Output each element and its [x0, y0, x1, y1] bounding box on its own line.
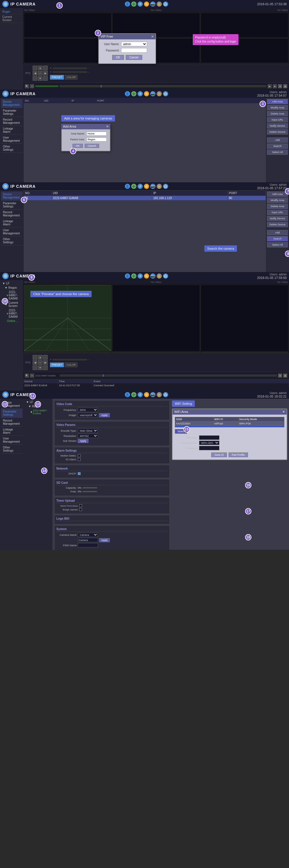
ptz4-zoom-slider[interactable] — [52, 359, 87, 361]
add-area-cancel-btn[interactable]: Cancel — [85, 144, 99, 148]
settings-icon-4[interactable]: ⚙ — [144, 273, 149, 279]
image-select[interactable]: vascorprofile — [78, 413, 98, 417]
wifi-row-2[interactable] — [175, 426, 284, 427]
settings-icon[interactable]: ⚙ — [144, 1, 149, 7]
add-area-btn[interactable]: Add Area — [267, 99, 288, 104]
tree5-uid[interactable]: 2222-64867-EA8A8 — [25, 408, 51, 415]
user-icon-4[interactable]: 👤 — [125, 273, 130, 279]
security-mode-select[interactable]: WPA-AES — [199, 441, 219, 445]
preset-btn-4[interactable]: PRESET — [50, 363, 64, 367]
settings-icon-5[interactable]: ⚙ — [144, 392, 149, 397]
ptz4-left[interactable]: ◀ — [33, 360, 37, 365]
menu3-user-mgmt[interactable]: User Management — [1, 227, 23, 237]
modify-area-btn[interactable]: Modify Area — [267, 105, 288, 110]
encode-type-select[interactable]: Main Stream — [78, 429, 98, 433]
ptz4-br[interactable] — [43, 365, 48, 370]
add-area-ok-btn[interactable]: OK — [73, 144, 83, 148]
ptz4-up[interactable]: ▲ — [38, 355, 42, 360]
delete-area-btn-3[interactable]: Delete Area — [267, 204, 288, 209]
wifi-password-input[interactable] — [199, 446, 219, 450]
wpa-input[interactable] — [199, 435, 219, 440]
tl4-layout-icon[interactable]: ▦ — [283, 374, 287, 378]
menu5-linkage-alarm[interactable]: Linkage Alarm — [1, 427, 23, 436]
io-alarm-check[interactable] — [78, 458, 81, 461]
add-icon[interactable]: ➕ — [131, 1, 136, 7]
power-icon-3[interactable]: ⏻ — [163, 184, 168, 189]
add-area-close-btn[interactable]: ✕ — [106, 125, 109, 128]
device-row-3-1[interactable]: 01 2222-64867-EA8A8 182.168.1.119 80 — [24, 196, 266, 200]
lock-icon[interactable]: 🔒 — [157, 1, 162, 7]
dialog-ok-btn[interactable]: OK — [112, 55, 124, 60]
camera-switch-icon-2[interactable]: 📷 — [150, 91, 155, 96]
resolution-select[interactable]: 4M*252 — [78, 434, 98, 438]
user-icon[interactable]: 👤 — [125, 1, 130, 7]
user-icon-3[interactable]: 👤 — [125, 184, 130, 189]
camera-switch-icon-3[interactable]: 📷 — [150, 184, 155, 189]
notify-device-btn[interactable]: Notify Device — [267, 123, 288, 128]
parent-area-input[interactable] — [86, 137, 107, 142]
select-all-btn-2[interactable]: Select All — [267, 150, 288, 155]
system-apply-btn[interactable]: Apply — [99, 538, 110, 542]
menu5-user-mgmt[interactable]: User Management — [1, 436, 23, 445]
username-select[interactable]: admin — [121, 42, 147, 46]
lock-icon-5[interactable]: 🔒 — [157, 392, 162, 397]
add-icon-4[interactable]: ➕ — [131, 273, 136, 279]
video-code-apply-btn[interactable]: Apply — [99, 413, 110, 417]
add-btn-2[interactable]: Add — [267, 137, 288, 143]
wifi-close-btn[interactable]: ✕ — [282, 410, 285, 414]
menu5-record-mgmt[interactable]: Record Management — [1, 418, 23, 427]
camera-name-input[interactable] — [78, 538, 98, 542]
settings-icon-3[interactable]: ⚙ — [144, 184, 149, 189]
tl4-search-icon[interactable]: 🔍 — [25, 374, 29, 378]
camera-switch-icon-4[interactable]: 📷 — [150, 273, 155, 279]
none-form-check[interactable] — [79, 504, 82, 507]
tl4-bar[interactable] — [60, 374, 277, 377]
bridge-upload-check[interactable] — [79, 508, 82, 511]
input-url-btn-3[interactable]: Input URL — [267, 210, 288, 215]
lock-icon-4[interactable]: 🔒 — [157, 273, 162, 279]
ptz4-bl[interactable] — [33, 365, 37, 370]
add-btn-3[interactable]: Add — [267, 230, 288, 235]
power-icon[interactable]: ⏻ — [163, 1, 168, 7]
add-icon-2[interactable]: ➕ — [131, 91, 136, 96]
camera-type-select[interactable]: Camera — [78, 533, 98, 537]
menu-record-mgmt[interactable]: Record Management — [1, 117, 23, 126]
wifi-save-btn[interactable]: Save (I) — [211, 453, 227, 457]
lock-icon-3[interactable]: 🔒 — [157, 184, 162, 189]
ptz4-right[interactable]: ▶ — [43, 360, 48, 365]
add-area-btn-3[interactable]: Add Area — [267, 191, 288, 197]
motion-check[interactable] — [78, 454, 81, 457]
camera-switch-icon[interactable]: 📷 — [150, 1, 155, 7]
dhcp-check[interactable] — [78, 472, 81, 475]
user-icon-5[interactable]: 👤 — [125, 392, 130, 397]
dialog-close-btn[interactable]: ✕ — [151, 35, 154, 38]
notify-device-btn-3[interactable]: Notify Device — [267, 216, 288, 221]
tree-item-regon[interactable]: ▼Regon — [1, 286, 22, 290]
refresh-icon[interactable]: ↺ — [138, 1, 143, 7]
settings-icon-2[interactable]: ⚙ — [144, 91, 149, 96]
delete-device-btn-3[interactable]: Delete Device — [267, 222, 288, 227]
search-btn-2[interactable]: Search — [267, 144, 288, 149]
color-btn-4[interactable]: COLOR — [65, 363, 77, 367]
modify-area-btn-3[interactable]: Modify Area — [267, 197, 288, 203]
refresh-icon-3[interactable]: ↺ — [138, 184, 143, 189]
delete-area-btn[interactable]: Delete Area — [267, 111, 288, 116]
tree-item-uid-2[interactable]: 2222-64867-EA8A8 — [1, 308, 22, 319]
area-name-input[interactable] — [86, 132, 107, 136]
ptz4-tr[interactable] — [43, 355, 48, 360]
video-params-apply-btn[interactable]: Apply — [78, 439, 88, 443]
menu5-other-settings[interactable]: Other Settings — [1, 445, 23, 454]
refresh-icon-2[interactable]: ↺ — [138, 91, 143, 96]
ptz4-center[interactable]: ○ — [38, 360, 42, 365]
tl4-grid-icon[interactable]: ⊞ — [278, 374, 282, 378]
select-all-btn-3[interactable]: Select All — [267, 242, 288, 247]
search-btn-3[interactable]: Search — [267, 236, 288, 241]
ptz4-tl[interactable] — [33, 355, 37, 360]
user-icon-2[interactable]: 👤 — [125, 91, 130, 96]
menu3-other-settings[interactable]: Other Settings — [1, 237, 23, 245]
menu-device-mgmt[interactable]: Device Management — [1, 99, 23, 108]
menu5-param-settings[interactable]: Parameter Settings — [1, 409, 23, 418]
menu-linkage-alarm[interactable]: Linkage Alarm — [1, 126, 23, 135]
menu-param-settings[interactable]: Parameter Settings — [1, 108, 23, 117]
menu-user-mgmt[interactable]: User Management — [1, 135, 23, 144]
